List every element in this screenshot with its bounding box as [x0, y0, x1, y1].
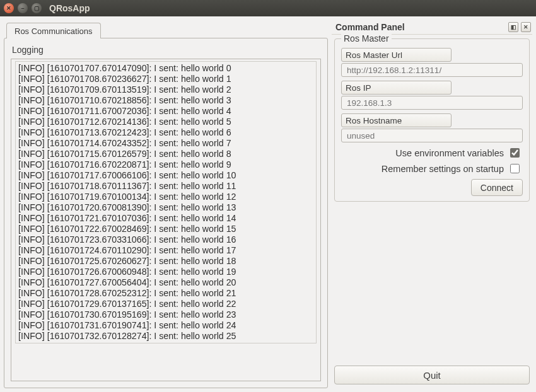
- log-line[interactable]: [INFO] [1610701719.670100134]: I sent: h…: [18, 192, 313, 202]
- log-line[interactable]: [INFO] [1610701732.670128274]: I sent: h…: [18, 331, 313, 342]
- log-line[interactable]: [INFO] [1610701711.670072036]: I sent: h…: [18, 106, 313, 117]
- window-minimize-icon[interactable]: –: [18, 3, 28, 13]
- logging-heading: Logging: [12, 45, 321, 55]
- groupbox-title: Ros Master: [341, 33, 392, 43]
- groupbox-ros-master: Ros Master Ros Master Url Ros IP Ros Hos…: [334, 38, 530, 202]
- label-ros-master-url: Ros Master Url: [341, 48, 452, 62]
- dock-close-icon[interactable]: ✕: [521, 22, 531, 32]
- log-line[interactable]: [INFO] [1610701728.670252312]: I sent: h…: [18, 288, 313, 299]
- logging-listview[interactable]: [INFO] [1610701707.670147090]: I sent: h…: [11, 59, 321, 381]
- log-line[interactable]: [INFO] [1610701712.670214136]: I sent: h…: [18, 117, 313, 127]
- checkbox-use-env[interactable]: Use environment variables: [341, 146, 521, 159]
- log-line[interactable]: [INFO] [1610701722.670028469]: I sent: h…: [18, 224, 313, 234]
- window-maximize-icon[interactable]: ▢: [32, 3, 42, 13]
- log-line[interactable]: [INFO] [1610701715.670126579]: I sent: h…: [18, 149, 313, 159]
- checkbox-remember-label: Remember settings on startup: [382, 164, 504, 174]
- log-line[interactable]: [INFO] [1610701709.670113519]: I sent: h…: [18, 84, 313, 95]
- log-line[interactable]: [INFO] [1610701717.670066106]: I sent: h…: [18, 170, 313, 181]
- log-line[interactable]: [INFO] [1610701718.670111367]: I sent: h…: [18, 181, 313, 192]
- log-line[interactable]: [INFO] [1610701726.670060948]: I sent: h…: [18, 267, 313, 277]
- dock-float-icon[interactable]: ◧: [508, 22, 518, 32]
- dock-title-text: Command Panel: [335, 22, 405, 32]
- label-ros-hostname: Ros Hostname: [341, 113, 452, 127]
- tab-label: Ros Communications: [15, 26, 93, 36]
- checkbox-remember-settings[interactable]: Remember settings on startup: [341, 162, 521, 175]
- log-line[interactable]: [INFO] [1610701727.670056404]: I sent: h…: [18, 277, 313, 288]
- log-line[interactable]: [INFO] [1610701729.670137165]: I sent: h…: [18, 299, 313, 309]
- log-line[interactable]: [INFO] [1610701730.670195169]: I sent: h…: [18, 309, 313, 320]
- dock-titlebar: Command Panel ◧ ✕: [332, 20, 532, 35]
- tab-page-ros-communications: Logging [INFO] [1610701707.670147090]: I…: [4, 38, 328, 388]
- log-line[interactable]: [INFO] [1610701723.670331066]: I sent: h…: [18, 234, 313, 245]
- log-line[interactable]: [INFO] [1610701714.670243352]: I sent: h…: [18, 138, 313, 149]
- log-line[interactable]: [INFO] [1610701713.670212423]: I sent: h…: [18, 127, 313, 138]
- window-titlebar: ✕ – ▢ QRosApp: [0, 0, 536, 16]
- log-line[interactable]: [INFO] [1610701724.670110290]: I sent: h…: [18, 245, 313, 256]
- tab-ros-communications[interactable]: Ros Communications: [6, 23, 101, 38]
- log-line[interactable]: [INFO] [1610701708.670236627]: I sent: h…: [18, 74, 313, 84]
- log-line[interactable]: [INFO] [1610701731.670190741]: I sent: h…: [18, 320, 313, 331]
- log-line[interactable]: [INFO] [1610701721.670107036]: I sent: h…: [18, 213, 313, 224]
- input-ros-ip[interactable]: [341, 96, 523, 110]
- log-line[interactable]: [INFO] [1610701716.670220871]: I sent: h…: [18, 159, 313, 170]
- window-close-icon[interactable]: ✕: [4, 3, 14, 13]
- quit-button[interactable]: Quit: [334, 366, 530, 384]
- label-ros-ip: Ros IP: [341, 81, 452, 95]
- window-title: QRosApp: [49, 3, 90, 13]
- checkbox-use-env-label: Use environment variables: [395, 148, 504, 158]
- log-line[interactable]: [INFO] [1610701710.670218856]: I sent: h…: [18, 95, 313, 106]
- input-ros-hostname[interactable]: [341, 129, 523, 142]
- input-ros-master-url[interactable]: [341, 63, 523, 77]
- connect-button[interactable]: Connect: [471, 179, 523, 196]
- log-line[interactable]: [INFO] [1610701720.670081390]: I sent: h…: [18, 202, 313, 213]
- log-line[interactable]: [INFO] [1610701707.670147090]: I sent: h…: [18, 63, 313, 74]
- log-line[interactable]: [INFO] [1610701725.670260627]: I sent: h…: [18, 256, 313, 267]
